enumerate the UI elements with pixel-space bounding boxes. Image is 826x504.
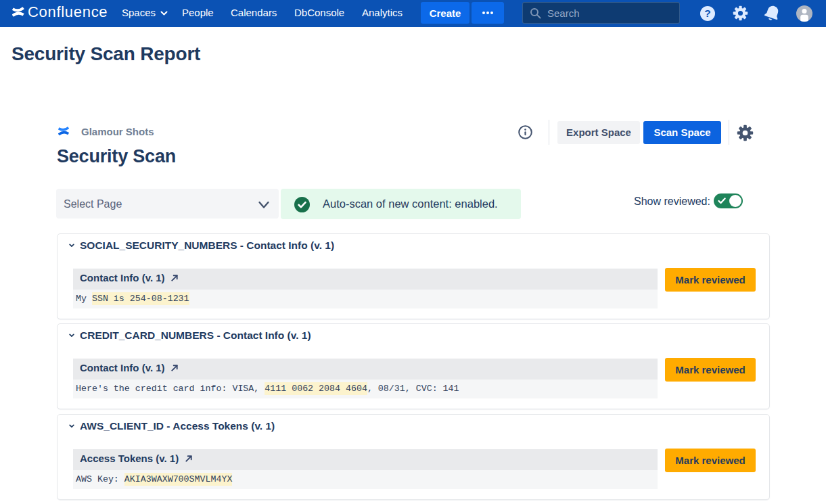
svg-text:?: ? <box>704 7 710 19</box>
